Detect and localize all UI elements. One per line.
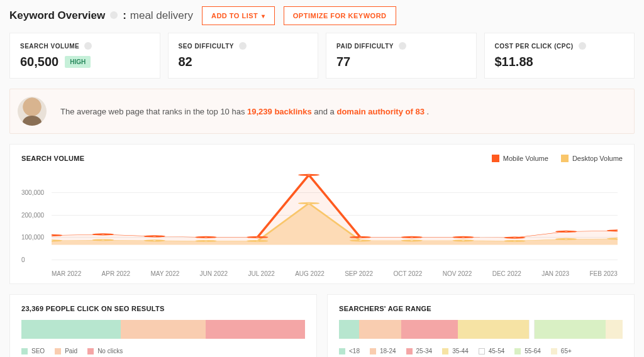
age-range-title: Searchers' Age Range [339,305,623,312]
square-icon [87,348,94,354]
sv-title: Search Volume [21,155,84,162]
tip-banner: The average web page that ranks in the t… [9,89,635,134]
bar-segment [606,320,623,339]
backlinks-link[interactable]: 19,239 backlinks [247,107,312,116]
seo-clicks-bar [21,320,305,339]
svg-point-7 [406,237,418,238]
card-paid-difficulty: Paid Difficulty 77 [326,33,477,79]
x-tick-label: DEC 2022 [492,270,521,277]
x-tick-label: JAN 2023 [541,270,569,277]
age-range-legend: <1818-2425-3435-4445-5455-6465+ [339,348,623,354]
svg-point-3 [200,237,213,238]
add-to-list-button[interactable]: Add to list ▾ [202,6,275,25]
seo-clicks-legend: SEOPaidNo clicks [21,348,305,354]
info-icon[interactable] [579,42,586,50]
info-icon[interactable] [84,42,92,50]
svg-point-15 [200,241,213,242]
card-seo-label: SEO Difficulty [179,43,234,50]
legend-mobile: Mobile Volume [492,155,548,162]
svg-point-6 [354,237,367,238]
legend-item: <18 [339,348,360,354]
bar-segment [535,320,606,339]
square-icon [21,348,28,354]
seo-clicks-title: 23,369 People Click on SEO Results [21,305,305,312]
card-cpc: Cost Per Click (CPC) $11.88 [484,33,635,79]
age-range-bar [339,320,623,339]
title-colon: : [123,9,126,22]
card-paid-label: Paid Difficulty [336,43,394,50]
svg-point-1 [97,234,109,235]
metric-cards: Search Volume 60,500 HIGH SEO Difficulty… [9,33,635,79]
age-range-panel: Searchers' Age Range <1818-2425-3435-444… [327,294,635,357]
card-seo-difficulty: SEO Difficulty 82 [168,33,319,79]
square-icon [561,155,569,162]
card-search-volume-value: 60,500 [20,55,58,69]
domain-authority-link[interactable]: domain authority of 83 [336,107,424,116]
page-title: Keyword Overview [9,9,105,22]
bar-segment [529,320,535,339]
add-to-list-label: Add to list [211,12,258,19]
square-icon [55,348,61,354]
svg-point-18 [354,240,367,241]
square-icon [492,155,499,162]
svg-point-10 [560,231,572,233]
legend-item: 65+ [551,348,572,354]
x-tick-label: JUN 2022 [200,270,228,277]
x-tick-label: OCT 2022 [393,270,422,277]
page-header: Keyword Overview : meal delivery Add to … [9,6,635,25]
keyword-text: meal delivery [130,9,193,22]
svg-point-0 [52,235,58,236]
x-tick-label: MAY 2022 [151,270,180,277]
x-tick-label: APR 2022 [102,270,131,277]
square-icon [442,348,448,354]
tip-mid: and a [314,107,336,116]
x-tick-label: SEP 2022 [345,270,373,277]
x-tick-label: NOV 2022 [443,270,472,277]
y-tick-label: 0 [21,256,25,263]
svg-point-5 [303,174,315,175]
square-icon [479,348,485,354]
y-tick-label: 200,000 [21,211,44,218]
svg-point-22 [560,239,572,240]
optimize-button[interactable]: Optimize for keyword [284,6,396,25]
seo-clicks-panel: 23,369 People Click on SEO Results SEOPa… [9,294,317,357]
square-icon [370,348,376,354]
optimize-label: Optimize for keyword [293,12,387,19]
svg-point-21 [508,241,521,242]
svg-point-9 [508,237,521,238]
card-paid-value: 77 [336,55,350,69]
card-cpc-value: $11.88 [495,55,533,69]
svg-point-11 [611,230,618,231]
info-icon[interactable] [110,11,118,19]
legend-item: No clicks [87,348,123,354]
bar-segment [21,320,121,339]
tip-pre: The average web page that ranks in the t… [60,107,247,116]
tip-text: The average web page that ranks in the t… [60,107,429,116]
legend-item: 55-64 [514,348,541,354]
bar-segment [339,320,359,339]
x-tick-label: FEB 2023 [589,270,617,277]
square-icon [514,348,521,354]
svg-point-19 [406,240,418,241]
badge-high: HIGH [65,56,91,68]
bar-segment [206,320,305,339]
y-tick-label: 100,000 [21,234,44,241]
legend-item: 18-24 [370,348,396,354]
chevron-down-icon: ▾ [262,13,265,19]
legend-desktop: Desktop Volume [561,155,623,162]
bar-segment [401,320,458,339]
legend-item: SEO [21,348,45,354]
search-volume-panel: Search Volume Mobile Volume Desktop Volu… [9,144,635,284]
svg-point-16 [251,241,264,242]
legend-item: 35-44 [442,348,469,354]
y-tick-label: 300,000 [21,189,44,195]
svg-point-8 [457,237,470,238]
card-cpc-label: Cost Per Click (CPC) [495,43,574,50]
info-icon[interactable] [239,42,247,50]
sv-legend: Mobile Volume Desktop Volume [492,155,623,162]
legend-item: Paid [55,348,77,354]
sv-chart: 0100,000200,000300,000MAR 2022APR 2022MA… [21,167,623,277]
bar-segment [458,320,529,339]
avatar [18,97,47,126]
info-icon[interactable] [399,42,406,50]
